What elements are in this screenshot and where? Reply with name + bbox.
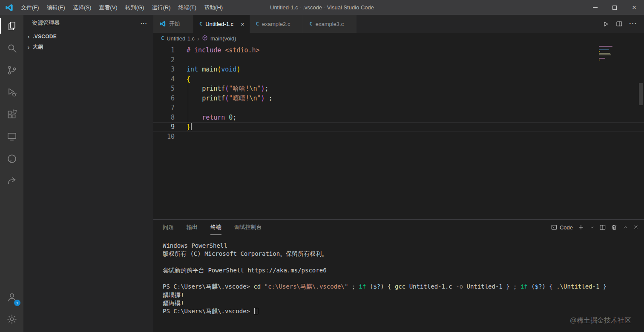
github-icon[interactable]	[0, 148, 23, 170]
section-vscode-folder[interactable]: ›.VSCODE	[23, 31, 153, 42]
panel-tab-debug-console[interactable]: 调试控制台	[234, 220, 262, 235]
tab-example3[interactable]: Cexample3.c	[303, 15, 357, 33]
minimap-line	[599, 61, 614, 62]
code-line[interactable]: 4{	[153, 74, 644, 84]
explorer-icon[interactable]	[0, 15, 23, 37]
code-line[interactable]: 6 printf("嘻嘻!\n") ;	[153, 94, 644, 103]
terminal-line	[163, 275, 641, 283]
sidebar-header: 资源管理器 ···	[23, 15, 153, 31]
terminal-profile-select[interactable]: Code	[551, 224, 573, 231]
split-editor-button[interactable]	[616, 20, 623, 27]
code-editor[interactable]: 1# include <stdio.h>23int main(void)4{5 …	[153, 44, 644, 219]
line-number: 8	[153, 113, 175, 123]
section-outline[interactable]: ›大纲	[23, 42, 153, 52]
code-line[interactable]: 9}	[153, 122, 644, 132]
tab-untitled-1[interactable]: CUntitled-1.c×	[193, 15, 250, 33]
panel-tab-terminal[interactable]: 终端	[210, 220, 221, 235]
split-terminal-button[interactable]	[599, 224, 606, 231]
token: "	[257, 85, 261, 92]
menu-edit[interactable]: 编辑(E)	[43, 0, 69, 15]
minimize-button[interactable]	[585, 0, 605, 15]
code-line[interactable]: 10	[153, 132, 644, 142]
terminal-line: 版权所有 (C) Microsoft Corporation。保留所有权利。	[163, 250, 641, 258]
maximize-panel-button[interactable]	[622, 224, 628, 230]
close-window-button[interactable]: ×	[624, 0, 644, 15]
code-line[interactable]: 1# include <stdio.h>	[153, 46, 644, 55]
terminal-line: PS C:\Users\马麒\.vscode>	[163, 307, 641, 315]
token	[221, 46, 225, 54]
token: )	[261, 85, 265, 92]
token: void	[221, 66, 236, 73]
close-icon[interactable]: ×	[241, 20, 244, 28]
token: main	[202, 66, 217, 73]
line-number: 1	[153, 46, 175, 55]
symbol-method-icon	[202, 35, 208, 42]
remote-explorer-icon[interactable]	[0, 126, 23, 148]
maximize-button[interactable]	[605, 0, 624, 15]
run-debug-icon[interactable]	[0, 81, 23, 103]
token: "c:\Users\马麒\.vscode\"	[264, 283, 348, 290]
settings-gear-icon[interactable]	[0, 308, 23, 330]
sidebar-sections: ›.VSCODE›大纲	[23, 31, 153, 52]
live-share-icon[interactable]	[0, 170, 23, 192]
code-line[interactable]: 8 return 0;	[153, 113, 644, 123]
token	[187, 85, 202, 92]
token: "嘻嘻!	[229, 94, 249, 102]
menu-help[interactable]: 帮助(H)	[200, 0, 227, 15]
token: \n	[249, 94, 257, 102]
kill-terminal-button[interactable]	[611, 224, 618, 231]
token	[198, 66, 202, 73]
token: .\Untitled-1	[556, 283, 599, 290]
panel-tabs: 问题输出终端调试控制台	[163, 220, 262, 235]
editor-scrollbar[interactable]	[639, 83, 643, 105]
panel-tab-problems[interactable]: 问题	[163, 220, 174, 235]
close-panel-button[interactable]	[633, 224, 639, 230]
code-line[interactable]: 7	[153, 103, 644, 113]
token: PS C:\Users\马麒\.vscode>	[163, 308, 253, 315]
menu-run[interactable]: 运行(R)	[148, 0, 174, 15]
minimap-line	[599, 46, 612, 47]
tab-label: example3.c	[316, 21, 344, 27]
token: # include	[187, 46, 221, 54]
token: 版权所有 (C) Microsoft Corporation。保留所有权利。	[163, 250, 328, 257]
token: "哈哈!	[229, 85, 249, 92]
text-cursor	[191, 123, 192, 130]
extensions-icon[interactable]	[0, 103, 23, 126]
code-text: printf("嘻嘻!\n") ;	[187, 94, 273, 103]
run-button[interactable]	[602, 20, 610, 28]
more-actions-icon[interactable]: ···	[141, 20, 147, 26]
accounts-icon[interactable]: 1	[0, 286, 23, 308]
menu-file[interactable]: 文件(F)	[17, 0, 43, 15]
token: if	[359, 283, 366, 290]
breadcrumb-symbol[interactable]: main(void)	[210, 35, 236, 42]
search-icon[interactable]	[0, 37, 23, 59]
code-text: }	[187, 122, 192, 132]
minimap-line	[599, 58, 605, 59]
section-label: .VSCODE	[33, 34, 57, 40]
code-line[interactable]: 3int main(void)	[153, 65, 644, 74]
token: int	[187, 66, 198, 73]
terminal-output[interactable]: Windows PowerShell版权所有 (C) Microsoft Cor…	[163, 235, 641, 332]
menu-terminal[interactable]: 终端(T)	[174, 0, 200, 15]
menu-view[interactable]: 查看(V)	[95, 0, 121, 15]
tab-example2[interactable]: Cexample2.c	[250, 15, 304, 33]
editor-more-actions-icon[interactable]: ···	[629, 20, 637, 28]
terminal-dropdown-chevron-icon[interactable]	[589, 225, 595, 230]
new-terminal-button[interactable]	[578, 224, 584, 231]
accounts-badge: 1	[14, 300, 20, 306]
minimap-line	[599, 60, 600, 60]
terminal-line: 鍢诲榽!	[163, 299, 641, 307]
panel-tab-output[interactable]: 输出	[187, 220, 198, 235]
source-control-icon[interactable]	[0, 59, 23, 81]
code-line[interactable]: 2	[153, 55, 644, 65]
minimap[interactable]	[599, 46, 614, 63]
token: $?	[535, 283, 542, 290]
token: -o	[456, 283, 463, 290]
tab-bar: 开始CUntitled-1.c×Cexample2.cCexample3.c ·…	[153, 15, 644, 33]
menu-selection[interactable]: 选择(S)	[69, 0, 95, 15]
menu-goto[interactable]: 转到(G)	[121, 0, 148, 15]
token: if	[520, 283, 528, 290]
tab-start[interactable]: 开始	[153, 15, 193, 33]
code-line[interactable]: 5 printf("哈哈!\n");	[153, 84, 644, 94]
breadcrumb-file[interactable]: Untitled-1.c	[167, 35, 195, 42]
